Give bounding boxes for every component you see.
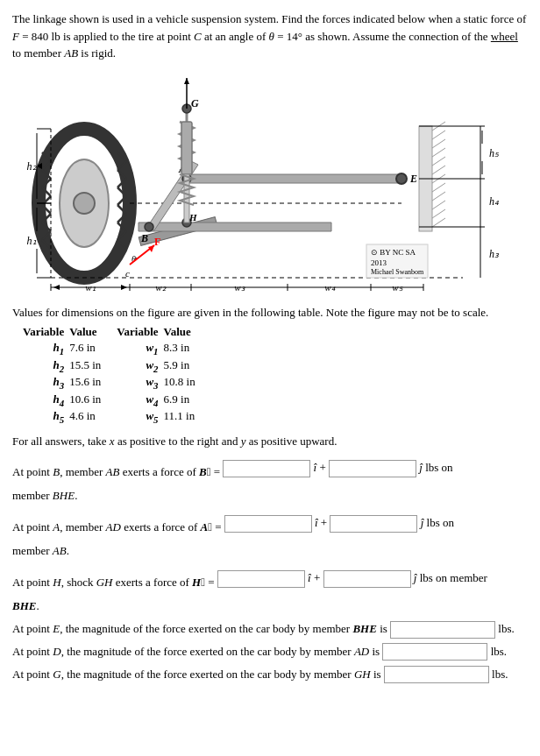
svg-line-62 (432, 183, 445, 192)
q5-prefix: At point D, the magnitude of the force e… (12, 643, 382, 661)
answers-section: For all answers, take x as positive to t… (12, 433, 528, 684)
q5-suffix: lbs. (487, 643, 507, 661)
svg-text:h₁: h₁ (27, 235, 37, 247)
q5-input[interactable] (382, 643, 487, 661)
svg-marker-101 (53, 285, 60, 290)
question-6: At point G, the magnitude of the force e… (12, 666, 528, 684)
q1-input-y[interactable] (329, 460, 416, 477)
question-3-cont: BHE. (12, 597, 528, 616)
question-3: At point H, shock GH exerts a force of H… (12, 565, 528, 592)
q1-prefix: At point B, member AB exerts a force of … (12, 455, 223, 482)
q2-j-hat: ĵ lbs on (417, 514, 454, 533)
svg-point-42 (396, 173, 407, 184)
shock-gh (180, 122, 194, 223)
table-section: Values for dimensions on the figure are … (12, 304, 528, 426)
question-2: At point A, member AD exerts a force of … (12, 510, 528, 537)
q3-j-hat: ĵ lbs on member (411, 569, 487, 588)
svg-point-24 (74, 193, 95, 214)
w-dimensions: w₁ w₂ w₃ w₄ w₅ (51, 282, 423, 293)
q2-input-x[interactable] (224, 515, 312, 533)
svg-text:h₅: h₅ (489, 147, 500, 159)
figure-container: h₂ h₁ E (12, 69, 528, 297)
q6-suffix: lbs. (489, 666, 508, 684)
q3-i-hat: î + (305, 569, 323, 588)
svg-marker-44 (139, 223, 331, 231)
svg-point-46 (145, 223, 153, 231)
q2-input-y[interactable] (330, 515, 417, 533)
svg-line-59 (432, 157, 445, 166)
question-1-cont: member BHE. (12, 486, 528, 505)
svg-text:2013: 2013 (371, 258, 387, 267)
table-row: h2 15.5 in w2 5.9 in (21, 357, 210, 375)
svg-marker-102 (121, 285, 127, 290)
upper-arm: E (187, 173, 417, 185)
q6-prefix: At point G, the magnitude of the force e… (12, 666, 384, 684)
wall-hatching (419, 122, 445, 231)
svg-text:G: G (191, 97, 199, 110)
svg-line-64 (432, 201, 445, 209)
q1-j-hat: ĵ lbs on (416, 459, 453, 477)
svg-text:h₃: h₃ (489, 248, 500, 260)
svg-line-65 (432, 209, 445, 218)
dimensions-table: Variable Value Variable Value h1 7.6 in … (21, 324, 210, 426)
col-header-var1: Variable (21, 324, 68, 340)
problem-statement: The linkage shown is used in a vehicle s… (12, 11, 528, 62)
svg-text:Michael Swanbom: Michael Swanbom (371, 268, 424, 276)
svg-text:c: c (125, 268, 130, 279)
svg-marker-41 (187, 174, 401, 183)
svg-text:E: E (409, 173, 417, 185)
q2-prefix: At point A, member AD exerts a force of … (12, 510, 224, 537)
svg-rect-52 (181, 122, 192, 174)
question-1: At point B, member AB exerts a force of … (12, 455, 528, 482)
question-5: At point D, the magnitude of the force e… (12, 643, 528, 661)
col-header-var2: Variable (115, 324, 161, 340)
copyright-box: ⊙ BY NC SA 2013 Michael Swanbom (366, 244, 428, 278)
q4-input[interactable] (390, 621, 495, 639)
lower-arm (139, 223, 331, 231)
q4-prefix: At point E, the magnitude of the force e… (12, 620, 390, 639)
q4-suffix: lbs. (495, 620, 515, 639)
table-row: h5 4.6 in w5 11.1 in (21, 408, 210, 426)
svg-line-57 (432, 139, 445, 148)
svg-line-66 (432, 218, 445, 227)
svg-text:B: B (140, 232, 148, 244)
svg-line-60 (432, 166, 445, 174)
table-note: Values for dimensions on the figure are … (12, 304, 528, 321)
question-4: At point E, the magnitude of the force e… (12, 620, 528, 639)
svg-marker-104 (184, 78, 189, 84)
q1-input-x[interactable] (223, 460, 310, 477)
question-2-cont: member AB. (12, 541, 528, 561)
q3-input-x[interactable] (217, 570, 305, 588)
directions-text: For all answers, take x as positive to t… (12, 433, 528, 450)
table-row: h1 7.6 in w1 8.3 in (21, 340, 210, 357)
col-header-val2: Value (162, 324, 210, 340)
h2-label: h₂ (27, 160, 38, 173)
q2-i-hat: î + (312, 514, 330, 533)
q3-prefix: At point H, shock GH exerts a force of H… (12, 565, 217, 592)
table-row: h3 15.6 in w3 10.8 in (21, 374, 210, 392)
svg-line-58 (432, 148, 445, 157)
q6-input[interactable] (384, 666, 489, 683)
table-row: h4 10.6 in w4 6.9 in (21, 392, 210, 409)
tire (39, 129, 130, 278)
q1-i-hat: î + (310, 459, 329, 477)
diagram-svg: h₂ h₁ E (25, 74, 515, 293)
svg-text:F: F (154, 236, 160, 248)
svg-text:⊙ BY NC SA: ⊙ BY NC SA (371, 248, 416, 257)
col-header-val1: Value (68, 324, 115, 340)
svg-line-56 (432, 131, 445, 139)
svg-line-63 (432, 192, 445, 201)
q3-input-y[interactable] (323, 570, 411, 588)
svg-text:h₄: h₄ (489, 195, 499, 208)
